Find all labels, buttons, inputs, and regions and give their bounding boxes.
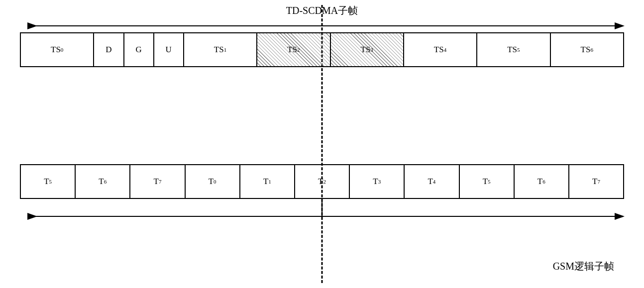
cell-ts3: TS3 [331,33,404,66]
cell-t6a: T6 [76,165,130,198]
gsm-label: GSM逻辑子帧 [553,260,614,273]
cell-u: U [154,33,184,66]
cell-t6b: T6 [515,165,569,198]
cell-ts1: TS1 [184,33,257,66]
cell-ts5: TS5 [477,33,550,66]
cell-g: G [124,33,154,66]
cell-t0: T0 [186,165,240,198]
cell-ts4: TS4 [404,33,477,66]
cell-ts6: TS6 [551,33,623,66]
cell-t5a: T5 [21,165,76,198]
cell-t7a: T7 [130,165,185,198]
cell-d: D [94,33,124,66]
cell-t5b: T5 [460,165,515,198]
cell-t4: T4 [405,165,459,198]
cell-t3: T3 [350,165,405,198]
cell-ts0: TS0 [21,33,94,66]
lower-frame: T5 T6 T7 T0 T1 T2 T3 T4 T5 T6 T7 [20,164,624,199]
upper-frame: TS0 D G U TS1 TS2 TS3 TS4 TS5 TS6 [20,32,624,67]
cell-t1: T1 [240,165,295,198]
diagram-container: TD-SCDMA子帧 [0,0,644,288]
cell-t2: T2 [295,165,350,198]
cell-ts2: TS2 [257,33,330,66]
cell-t7b: T7 [569,165,623,198]
